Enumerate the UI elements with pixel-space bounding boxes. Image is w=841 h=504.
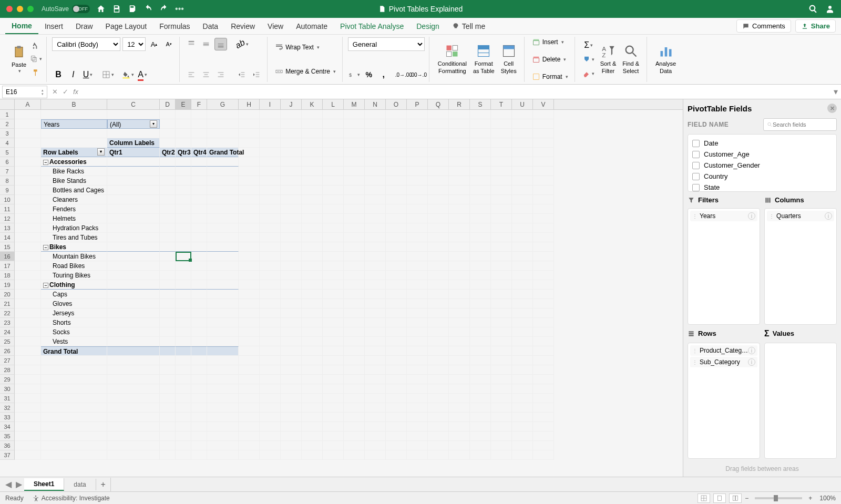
- cell-G36[interactable]: [207, 441, 239, 450]
- cell-L2[interactable]: [323, 119, 344, 129]
- row-header-2[interactable]: 2: [0, 119, 15, 129]
- cell-K13[interactable]: [302, 223, 323, 233]
- row-header-34[interactable]: 34: [0, 422, 15, 431]
- cell-F20[interactable]: [191, 290, 207, 299]
- tab-data[interactable]: Data: [197, 19, 225, 34]
- cell-G34[interactable]: [207, 422, 239, 431]
- italic-button[interactable]: I: [67, 68, 79, 81]
- field-customer_age[interactable]: Customer_Age: [692, 149, 832, 160]
- cell-N4[interactable]: [365, 138, 386, 148]
- cell-B34[interactable]: [41, 422, 107, 431]
- cell-S12[interactable]: [470, 214, 491, 223]
- cell-L11[interactable]: [323, 204, 344, 214]
- cell-D27[interactable]: [160, 356, 176, 365]
- cell-S18[interactable]: [470, 271, 491, 280]
- cell-J17[interactable]: [281, 261, 302, 271]
- cell-K9[interactable]: [302, 186, 323, 195]
- cell-F19[interactable]: [191, 280, 207, 290]
- cell-I18[interactable]: [260, 271, 281, 280]
- cell-A21[interactable]: [15, 299, 41, 308]
- cell-G4[interactable]: [207, 138, 239, 148]
- copy-button[interactable]: ▾: [29, 53, 42, 65]
- cell-D19[interactable]: [160, 280, 176, 290]
- row-header-13[interactable]: 13: [0, 223, 15, 233]
- cell-E36[interactable]: [176, 441, 191, 450]
- merge-centre-button[interactable]: Merge & Centre▾: [273, 61, 338, 82]
- cell-G21[interactable]: [207, 299, 239, 308]
- sheet-next-button[interactable]: ▶: [14, 479, 24, 489]
- sheet-tab-sheet1[interactable]: Sheet1: [24, 478, 64, 491]
- align-middle-button[interactable]: [200, 38, 212, 50]
- cell-L18[interactable]: [323, 271, 344, 280]
- row-header-30[interactable]: 30: [0, 384, 15, 394]
- cell-O1[interactable]: [386, 110, 407, 119]
- cell-B19[interactable]: −Clothing: [41, 280, 107, 290]
- row-header-7[interactable]: 7: [0, 167, 15, 176]
- cell-A35[interactable]: [15, 431, 41, 441]
- cell-P12[interactable]: [407, 214, 428, 223]
- cell-K11[interactable]: [302, 204, 323, 214]
- cell-S16[interactable]: [470, 252, 491, 261]
- cell-Q30[interactable]: [428, 384, 449, 394]
- cell-R19[interactable]: [449, 280, 470, 290]
- cell-J18[interactable]: [281, 271, 302, 280]
- cell-Q8[interactable]: [428, 176, 449, 186]
- cell-E9[interactable]: [176, 186, 191, 195]
- cell-R12[interactable]: [449, 214, 470, 223]
- cell-H25[interactable]: [239, 337, 260, 346]
- area-item-quarters[interactable]: ⋮Quartersi: [767, 211, 834, 221]
- cell-A18[interactable]: [15, 271, 41, 280]
- cell-S2[interactable]: [470, 119, 491, 129]
- cell-styles-button[interactable]: Cell Styles: [498, 37, 520, 81]
- cell-C3[interactable]: [107, 129, 160, 138]
- cell-P13[interactable]: [407, 223, 428, 233]
- cell-F34[interactable]: [191, 422, 207, 431]
- cell-F37[interactable]: [191, 450, 207, 460]
- cell-L23[interactable]: [323, 318, 344, 327]
- cell-M12[interactable]: [344, 214, 365, 223]
- cell-R2[interactable]: [449, 119, 470, 129]
- cell-T2[interactable]: [491, 119, 512, 129]
- cell-R1[interactable]: [449, 110, 470, 119]
- cell-P7[interactable]: [407, 167, 428, 176]
- font-color-button[interactable]: A▾: [136, 68, 149, 81]
- cell-M28[interactable]: [344, 365, 365, 375]
- cell-M30[interactable]: [344, 384, 365, 394]
- column-header-S[interactable]: S: [470, 99, 491, 109]
- cell-J25[interactable]: [281, 337, 302, 346]
- cell-Q12[interactable]: [428, 214, 449, 223]
- cell-C15[interactable]: [107, 242, 160, 252]
- cell-I34[interactable]: [260, 422, 281, 431]
- name-box[interactable]: E16 ▴▾: [2, 86, 47, 98]
- cell-I29[interactable]: [260, 375, 281, 384]
- cell-D3[interactable]: [160, 129, 176, 138]
- cell-S27[interactable]: [470, 356, 491, 365]
- cell-F4[interactable]: [191, 138, 207, 148]
- cell-S34[interactable]: [470, 422, 491, 431]
- cell-H9[interactable]: [239, 186, 260, 195]
- cell-F13[interactable]: [191, 223, 207, 233]
- cell-M34[interactable]: [344, 422, 365, 431]
- increase-indent-button[interactable]: [250, 68, 263, 81]
- cell-M24[interactable]: [344, 327, 365, 337]
- number-format-select[interactable]: General: [348, 37, 425, 51]
- cell-T3[interactable]: [491, 129, 512, 138]
- cell-Q28[interactable]: [428, 365, 449, 375]
- cell-B5[interactable]: Row Labels▾: [41, 148, 107, 157]
- cell-C7[interactable]: [107, 167, 160, 176]
- cell-R18[interactable]: [449, 271, 470, 280]
- cell-V34[interactable]: [533, 422, 554, 431]
- save-as-icon[interactable]: [128, 4, 137, 14]
- cell-O24[interactable]: [386, 327, 407, 337]
- tab-page-layout[interactable]: Page Layout: [99, 19, 153, 34]
- cell-E18[interactable]: [176, 271, 191, 280]
- cell-D15[interactable]: [160, 242, 176, 252]
- cell-L28[interactable]: [323, 365, 344, 375]
- cell-B3[interactable]: [41, 129, 107, 138]
- cell-T34[interactable]: [491, 422, 512, 431]
- cell-G5[interactable]: Grand Total: [207, 148, 239, 157]
- cell-M3[interactable]: [344, 129, 365, 138]
- row-header-24[interactable]: 24: [0, 327, 15, 337]
- cell-G8[interactable]: [207, 176, 239, 186]
- cell-F1[interactable]: [191, 110, 207, 119]
